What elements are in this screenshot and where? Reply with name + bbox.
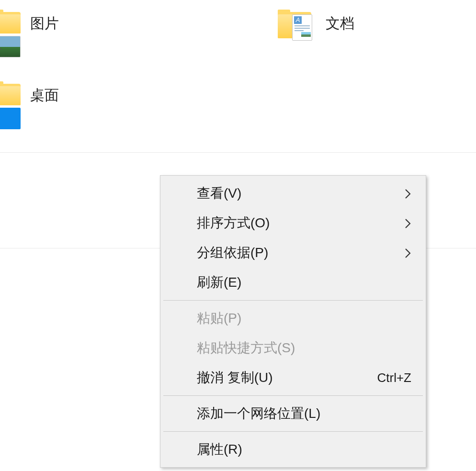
folder-label-pictures: 图片	[30, 10, 59, 34]
folder-item-documents[interactable]: A 文档	[278, 10, 354, 45]
divider-1	[0, 152, 476, 153]
menu-label: 排序方式(O)	[197, 214, 405, 232]
folder-item-desktop[interactable]: 桌面	[0, 81, 59, 136]
menu-item-paste: 粘贴(P)	[161, 303, 425, 333]
menu-label: 撤消 复制(U)	[197, 369, 377, 387]
menu-item-groupby[interactable]: 分组依据(P)	[161, 238, 425, 268]
menu-label: 粘贴(P)	[197, 309, 411, 327]
folder-item-pictures[interactable]: 图片	[0, 10, 59, 65]
menu-item-paste-shortcut: 粘贴快捷方式(S)	[161, 333, 425, 363]
context-menu: 查看(V) 排序方式(O) 分组依据(P) 刷新(E) 粘贴(P) 粘贴快捷方式…	[160, 175, 426, 468]
chevron-right-icon	[405, 188, 411, 199]
menu-separator	[163, 300, 423, 301]
menu-label: 刷新(E)	[197, 273, 411, 292]
menu-shortcut: Ctrl+Z	[377, 370, 412, 385]
folder-label-documents: 文档	[326, 10, 354, 34]
pictures-folder-icon	[0, 10, 21, 65]
menu-separator	[163, 431, 423, 432]
menu-label: 粘贴快捷方式(S)	[197, 339, 411, 357]
menu-item-undo-copy[interactable]: 撤消 复制(U) Ctrl+Z	[161, 363, 425, 392]
chevron-right-icon	[405, 217, 411, 229]
menu-label: 分组依据(P)	[197, 244, 405, 262]
desktop-folder-icon	[0, 81, 21, 136]
menu-item-view[interactable]: 查看(V)	[161, 179, 425, 208]
folder-label-desktop: 桌面	[30, 81, 59, 105]
menu-label: 添加一个网络位置(L)	[197, 404, 411, 423]
chevron-right-icon	[405, 247, 411, 258]
menu-label: 查看(V)	[197, 184, 405, 202]
documents-folder-icon: A	[278, 10, 316, 45]
folder-grid: 图片 桌面 A	[0, 0, 476, 153]
menu-item-properties[interactable]: 属性(R)	[161, 435, 425, 464]
menu-item-refresh[interactable]: 刷新(E)	[161, 268, 425, 297]
menu-separator	[163, 395, 423, 396]
menu-label: 属性(R)	[197, 440, 411, 459]
menu-item-add-network-location[interactable]: 添加一个网络位置(L)	[161, 399, 425, 428]
menu-item-sort[interactable]: 排序方式(O)	[161, 208, 425, 238]
